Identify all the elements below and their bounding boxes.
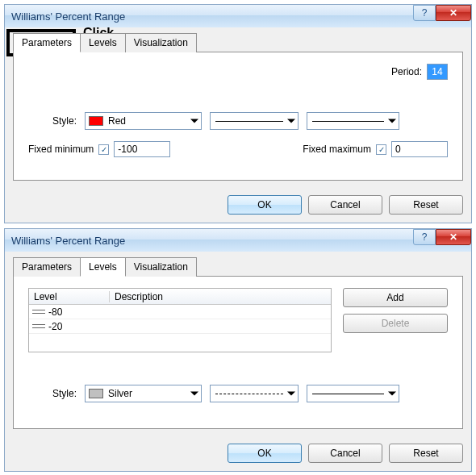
chevron-down-icon xyxy=(287,392,295,396)
level-value: -80 xyxy=(48,306,62,318)
level-icon xyxy=(32,308,45,316)
titlebar[interactable]: Williams' Percent Range ? ✕ xyxy=(5,229,471,252)
color-swatch xyxy=(89,116,103,126)
line-style-combo[interactable] xyxy=(210,112,299,130)
chevron-down-icon xyxy=(190,119,198,123)
help-button[interactable]: ? xyxy=(413,229,436,245)
line-width-combo[interactable] xyxy=(307,112,399,130)
col-level[interactable]: Level xyxy=(29,291,110,302)
chevron-down-icon xyxy=(190,392,198,396)
style-label: Style: xyxy=(28,115,77,127)
reset-button[interactable]: Reset xyxy=(389,195,463,215)
line-sample xyxy=(312,394,384,394)
color-combo[interactable]: Red xyxy=(85,112,202,130)
line-sample xyxy=(312,121,384,122)
title-text: Williams' Percent Range xyxy=(11,235,125,247)
period-input[interactable] xyxy=(427,64,448,80)
level-row[interactable]: -80 xyxy=(29,305,331,319)
line-style-combo[interactable] xyxy=(210,385,299,402)
ok-button[interactable]: OK xyxy=(228,444,302,463)
tab-visualization[interactable]: Visualization xyxy=(125,33,197,52)
close-button[interactable]: ✕ xyxy=(436,5,471,21)
dialog-parameters: Williams' Percent Range ? ✕ Parameters L… xyxy=(4,4,472,223)
cancel-button[interactable]: Cancel xyxy=(308,444,382,463)
color-swatch xyxy=(89,389,103,398)
style-label: Style: xyxy=(28,388,77,399)
title-text: Williams' Percent Range xyxy=(11,10,125,23)
tab-parameters[interactable]: Parameters xyxy=(13,257,81,277)
level-row[interactable]: -20 xyxy=(29,319,331,334)
level-icon xyxy=(32,323,45,331)
titlebar[interactable]: Williams' Percent Range ? ✕ xyxy=(5,5,471,27)
fixed-min-checkbox[interactable]: ✓ xyxy=(98,144,109,155)
line-width-combo[interactable] xyxy=(307,385,399,402)
color-name: Silver xyxy=(108,388,132,399)
color-combo[interactable]: Silver xyxy=(85,385,202,402)
close-button[interactable]: ✕ xyxy=(436,229,471,245)
chevron-down-icon xyxy=(287,119,295,123)
delete-button[interactable]: Delete xyxy=(343,314,448,333)
fixed-min-input[interactable] xyxy=(114,141,170,157)
tab-parameters[interactable]: Parameters xyxy=(13,33,81,52)
cancel-button[interactable]: Cancel xyxy=(308,195,382,215)
color-name: Red xyxy=(108,115,126,127)
add-button[interactable]: Add xyxy=(343,288,448,307)
chevron-down-icon xyxy=(388,119,396,123)
fixed-max-input[interactable] xyxy=(391,141,448,157)
dialog-levels: Williams' Percent Range ? ✕ Parameters L… xyxy=(4,228,472,472)
reset-button[interactable]: Reset xyxy=(389,444,463,463)
period-label: Period: xyxy=(391,66,422,77)
col-desc[interactable]: Description xyxy=(110,291,331,302)
fixed-max-checkbox[interactable]: ✓ xyxy=(376,144,386,155)
tab-levels[interactable]: Levels xyxy=(80,33,126,52)
levels-list[interactable]: Level Description -80 -20 xyxy=(28,288,332,352)
tab-visualization[interactable]: Visualization xyxy=(125,257,197,277)
line-sample-dashed xyxy=(215,394,283,394)
help-button[interactable]: ? xyxy=(413,5,436,21)
ok-button[interactable]: OK xyxy=(228,195,302,215)
chevron-down-icon xyxy=(388,392,396,396)
fixed-min-label: Fixed minimum xyxy=(28,144,94,155)
level-value: -20 xyxy=(48,321,62,332)
tab-levels[interactable]: Levels xyxy=(80,257,126,277)
line-sample xyxy=(215,121,283,122)
fixed-max-label: Fixed maximum xyxy=(303,144,371,155)
